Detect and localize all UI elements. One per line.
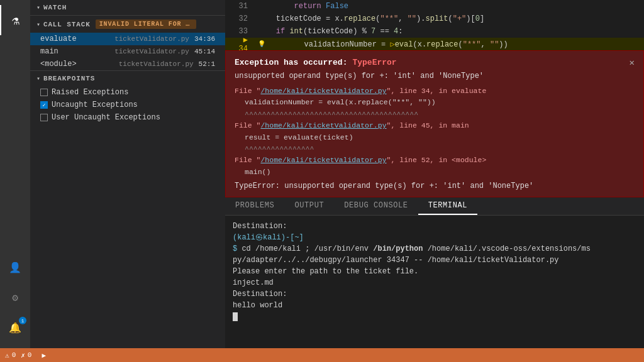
main-layout: ⚗ 👤 ⚙ 🔔 1 ▾ Watch ▾ Call Stack invalid l… [0, 0, 644, 348]
code-line-34: ▶ 34 💡 validationNumber = ▷eval(x.replac… [225, 38, 644, 50]
trace-link-3[interactable]: /home/kali/ticketValidator.py [260, 156, 386, 164]
breakpoint-uncaught[interactable]: Uncaught Exceptions [30, 99, 225, 111]
exception-title: Exception has occurred: [235, 58, 347, 67]
callstack-item-evaluate[interactable]: evaluate ticketValidator.py 34:36 [30, 33, 225, 45]
callstack-frame-name: main [40, 47, 58, 56]
uncaught-exceptions-checkbox[interactable] [40, 101, 48, 109]
activity-bar: ⚗ 👤 ⚙ 🔔 1 [0, 0, 30, 348]
user-uncaught-exceptions-checkbox[interactable] [40, 114, 48, 121]
terminal-line-prompt2: Please enter the path to the ticket file… [233, 266, 636, 277]
exception-message: unsupported operand type(s) for +: 'int'… [235, 72, 635, 80]
flask-icon[interactable]: ⚗ [0, 5, 30, 35]
uncaught-exceptions-label: Uncaught Exceptions [52, 101, 138, 109]
error-icon: ⚠ [5, 351, 9, 359]
callstack-chevron: ▾ [36, 21, 41, 28]
trace-code-3: main() [235, 167, 635, 178]
sidebar: ▾ Watch ▾ Call Stack invalid literal for… [30, 0, 225, 348]
breakpoint-raised[interactable]: Raised Exceptions [30, 86, 225, 99]
status-debug: ▶ [42, 351, 46, 359]
tab-terminal[interactable]: TERMINAL [418, 197, 477, 215]
lightbulb-icon: 💡 [258, 40, 265, 48]
terminal-line-destination1: Destination: [233, 221, 636, 232]
exception-close-button[interactable]: ✕ [630, 57, 635, 68]
exception-overlay: Exception has occurred: TypeError ✕ unsu… [225, 50, 644, 197]
user-uncaught-exceptions-label: User Uncaught Exceptions [52, 113, 160, 122]
watch-label: Watch [43, 4, 67, 11]
terminal-line-prompt: (kali㉿kali)-[~] [233, 232, 636, 243]
watch-chevron: ▾ [36, 4, 41, 11]
panel-tabs: PROBLEMS OUTPUT DEBUG CONSOLE TERMINAL [225, 197, 644, 216]
settings-icon[interactable]: ⚙ [0, 283, 30, 313]
exception-type: TypeError [352, 58, 396, 67]
callstack-header[interactable]: ▾ Call Stack invalid literal for int() w… [30, 16, 225, 33]
account-icon[interactable]: 👤 [0, 253, 30, 283]
callstack-frame-name: <module> [40, 60, 77, 69]
callstack-section: ▾ Call Stack invalid literal for int() w… [30, 16, 225, 71]
watch-section: ▾ Watch [30, 0, 225, 16]
main-content: 31 return False 32 ticketCode = x.replac… [225, 0, 644, 348]
terminal-line-cmd: $ cd /home/kali ; /usr/bin/env /bin/pyth… [233, 243, 636, 255]
notification-badge: 🔔 1 [0, 313, 30, 343]
exception-header: Exception has occurred: TypeError ✕ [235, 57, 635, 68]
error-count: 0 [12, 351, 16, 359]
status-errors: ⚠ 0 ✗ 0 [5, 351, 31, 359]
tab-debug-console[interactable]: DEBUG CONSOLE [334, 197, 418, 215]
code-line-33: 33 if int(ticketCode) % 7 == 4: [225, 25, 644, 38]
trace-file-3: File "/home/kali/ticketValidator.py", li… [235, 155, 635, 166]
breakpoints-chevron: ▾ [36, 75, 41, 82]
trace-link-1[interactable]: /home/kali/ticketValidator.py [260, 87, 386, 95]
callstack-warning: invalid literal for int() with base 10: … [96, 19, 196, 29]
callstack-label: Call Stack [43, 21, 91, 28]
callstack-frame-location: ticketValidator.py 34:36 [114, 35, 215, 43]
raised-exceptions-label: Raised Exceptions [52, 88, 128, 97]
trace-caret-2: ^^^^^^^^^^^^^^^^ [235, 143, 635, 155]
bottom-panel: PROBLEMS OUTPUT DEBUG CONSOLE TERMINAL D… [225, 197, 644, 348]
trace-caret-1: ^^^^^^^^^^^^^^^^^^^^^^^^^^^^^^^^^^^^^^^^ [235, 109, 635, 120]
trace-code-2: result = evaluate(ticket) [235, 132, 635, 143]
debug-run-icon: ▶ [42, 351, 46, 359]
breakpoints-section: ▾ Breakpoints Raised Exceptions Uncaught… [30, 71, 225, 348]
code-line-31: 31 return False [225, 0, 644, 13]
warning-count: 0 [28, 351, 32, 359]
terminal-line-inject: inject.md [233, 277, 636, 288]
callstack-item-module[interactable]: <module> ticketValidator.py 52:1 [30, 58, 225, 70]
trace-file-1: File "/home/kali/ticketValidator.py", li… [235, 85, 635, 97]
breakpoints-label: Breakpoints [43, 75, 95, 82]
exception-trace: File "/home/kali/ticketValidator.py", li… [235, 85, 635, 178]
callstack-frame-location: ticketValidator.py 45:14 [114, 48, 215, 55]
breakpoints-header[interactable]: ▾ Breakpoints [30, 71, 225, 86]
trace-file-2: File "/home/kali/ticketValidator.py", li… [235, 120, 635, 131]
terminal-cursor [233, 312, 238, 321]
code-area: 31 return False 32 ticketCode = x.replac… [225, 0, 644, 50]
tab-output[interactable]: OUTPUT [284, 197, 334, 215]
terminal-line-cmd2: py/adapter/../../debugpy/launcher 34347 … [233, 255, 636, 266]
callstack-item-main[interactable]: main ticketValidator.py 45:14 [30, 45, 225, 58]
terminal-content: Destination: (kali㉿kali)-[~] $ cd /home/… [225, 216, 644, 348]
tab-problems[interactable]: PROBLEMS [225, 197, 284, 215]
terminal-cursor-line [233, 311, 636, 322]
raised-exceptions-checkbox[interactable] [40, 89, 48, 96]
warning-icon: ✗ [21, 351, 25, 359]
callstack-frame-name: evaluate [40, 35, 77, 43]
callstack-frame-location: ticketValidator.py 52:1 [119, 60, 215, 68]
code-line-32: 32 ticketCode = x.replace("**", "").spli… [225, 13, 644, 25]
breakpoint-user-uncaught[interactable]: User Uncaught Exceptions [30, 111, 225, 124]
trace-link-2[interactable]: /home/kali/ticketValidator.py [260, 121, 386, 129]
terminal-line-hello: hello world [233, 300, 636, 311]
trace-code-1: validationNumber = eval(x.replace("**", … [235, 97, 635, 108]
watch-header[interactable]: ▾ Watch [30, 0, 225, 15]
exception-footer: TypeError: unsupported operand type(s) f… [235, 182, 635, 190]
terminal-line-destination2: Destination: [233, 288, 636, 300]
status-bar: ⚠ 0 ✗ 0 ▶ [0, 348, 644, 362]
